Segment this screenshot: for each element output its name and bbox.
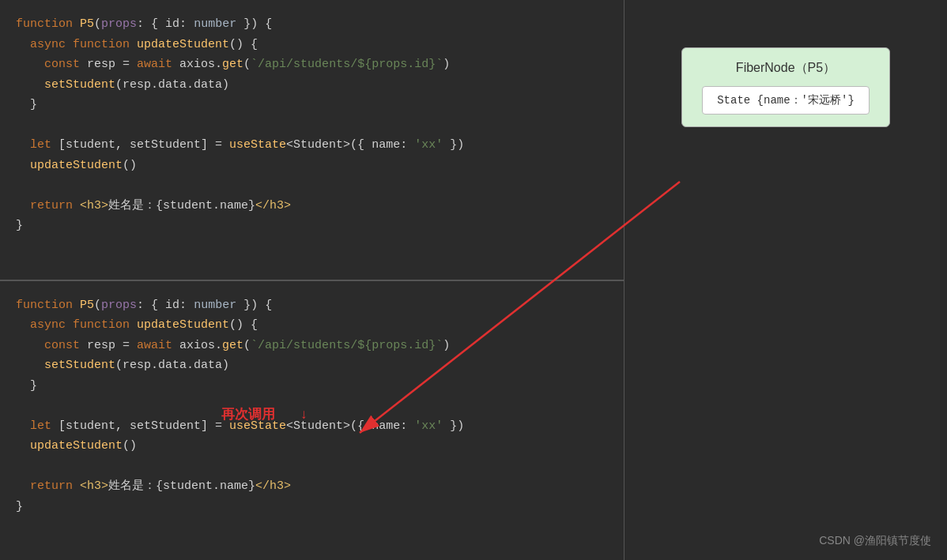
fiber-node-state: State {name：'宋远桥'}: [702, 86, 870, 115]
left-panel: function P5(props: { id: number }) { asy…: [0, 0, 624, 560]
code-line: }: [16, 95, 608, 115]
code-line: updateStudent(): [16, 156, 608, 176]
code-line: }: [16, 216, 608, 236]
fiber-node-title: FiberNode（P5）: [702, 60, 870, 77]
code-line: [16, 457, 608, 477]
code-line: async function updateStudent() {: [16, 315, 608, 336]
bottom-code-block: function P5(props: { id: number }) { asy…: [0, 281, 624, 561]
code-line: return <h3>姓名是：{student.name}</h3>: [16, 476, 608, 497]
code-line: updateStudent(): [16, 436, 608, 457]
code-line: [16, 175, 608, 196]
code-line: let [student, setStudent] = useState<Stu…: [16, 135, 608, 156]
main-container: function P5(props: { id: number }) { asy…: [0, 0, 947, 560]
code-line: setStudent(resp.data.data): [16, 355, 608, 376]
code-line: const resp = await axios.get(`/api/stude…: [16, 336, 608, 356]
code-line: async function updateStudent() {: [16, 35, 608, 55]
code-line: const resp = await axios.get(`/api/stude…: [16, 54, 608, 75]
code-line: function P5(props: { id: number }) {: [16, 295, 608, 316]
right-panel: FiberNode（P5） State {name：'宋远桥'} CSDN @渔…: [624, 0, 947, 560]
csdn-credit: CSDN @渔阳镇节度使: [819, 534, 931, 548]
code-line: }: [16, 376, 608, 397]
code-line: let [student, setStudent] = useState<Stu…: [16, 416, 608, 437]
fiber-node-box: FiberNode（P5） State {name：'宋远桥'}: [681, 47, 890, 127]
top-code-block: function P5(props: { id: number }) { asy…: [0, 0, 624, 281]
code-line: function P5(props: { id: number }) {: [16, 14, 608, 35]
code-line: setStudent(resp.data.data): [16, 75, 608, 96]
code-line: }: [16, 497, 608, 517]
code-line: [16, 115, 608, 136]
code-line: return <h3>姓名是：{student.name}</h3>: [16, 196, 608, 216]
code-line: [16, 396, 608, 416]
